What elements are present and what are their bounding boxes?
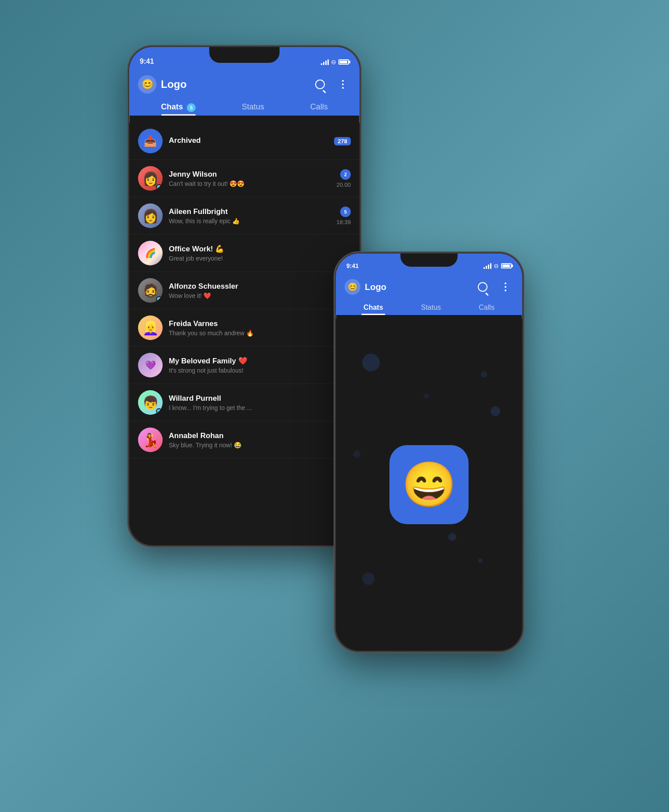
chat-item-freida[interactable]: 👱‍♀️ Freida Varnes Thank you so much and… (129, 309, 360, 347)
chat-info-alfonzo: Alfonzo Schuessler Wow love it! ❤️ (169, 282, 345, 299)
unread-badge-aileen: 5 (340, 207, 351, 217)
dot-7 (424, 393, 429, 399)
chat-preview-freida: Thank you so much andrew 🔥 (169, 330, 345, 337)
dot-1 (362, 354, 380, 371)
tab-chats-small[interactable]: Chats (356, 300, 390, 315)
more-icon-small (505, 283, 506, 291)
header-actions-small (475, 279, 513, 295)
tabs-small: Chats Status Calls (345, 300, 513, 315)
chat-item-alfonzo[interactable]: 🧔 Alfonzo Schuessler Wow love it! ❤️ (129, 272, 360, 309)
big-emoji-icon: 😄 (389, 445, 469, 524)
chat-item-annabel[interactable]: 💃 Annabel Rohan Sky blue. Trying it now!… (129, 421, 360, 459)
empty-chat-screen: 😄 (336, 319, 522, 651)
chat-preview-annabel: Sky blue. Trying it now! 😂 (169, 442, 345, 449)
chat-name-annabel: Annabel Rohan (169, 431, 345, 440)
chat-item-aileen[interactable]: 👩 Aileen Fullbright Wow, this is really … (129, 197, 360, 235)
notch-small (400, 254, 458, 267)
chat-name-family: My Beloved Family ❤️ (169, 356, 345, 366)
tab-chats[interactable]: Chats 5 (154, 99, 203, 116)
chat-name-freida: Freida Varnes (169, 319, 345, 328)
chat-info-freida: Freida Varnes Thank you so much andrew 🔥 (169, 319, 345, 337)
logo-text: Logo (161, 78, 187, 91)
logo-icon-small: 😊 (345, 279, 360, 295)
chat-info-jenny: Jenny Wilson Can't wait to try it out! 😍… (169, 170, 330, 187)
dot-2 (481, 371, 487, 377)
avatar-annabel: 💃 (138, 428, 163, 452)
avatar-office: 🌈 (138, 241, 163, 265)
tab-calls-small[interactable]: Calls (472, 300, 502, 315)
search-icon (315, 80, 325, 89)
app-header-large: 😊 Logo Chats (129, 69, 360, 116)
tab-status-small[interactable]: Status (414, 300, 448, 315)
wifi-icon: ⊖ (331, 58, 336, 65)
chat-preview-willard: I know... I'm trying to get the ... (169, 404, 345, 411)
chat-item-jenny[interactable]: 👩 Jenny Wilson Can't wait to try it out!… (129, 160, 360, 197)
logo-emoji: 😊 (142, 79, 153, 90)
header-top: 😊 Logo (138, 75, 351, 94)
avatar-family: 💜 (138, 353, 163, 377)
status-icons-large: ⊖ (321, 58, 349, 65)
chat-name-office: Office Work! 💪 (169, 244, 345, 254)
chat-name-alfonzo: Alfonzo Schuessler (169, 282, 345, 291)
online-indicator (156, 184, 162, 190)
app-header-small: 😊 Logo Chats (336, 273, 522, 315)
chat-list: 📥 Archived 278 👩 Jenny Wilson Can't wait… (129, 123, 360, 545)
chat-preview-office: Great job everyone! (169, 255, 345, 262)
chat-name-aileen: Aileen Fullbright (169, 207, 330, 216)
chat-info-family: My Beloved Family ❤️ It's strong not jus… (169, 356, 345, 374)
tab-calls[interactable]: Calls (303, 99, 335, 116)
more-button-small[interactable] (498, 279, 513, 295)
wifi-icon-small: ⊖ (494, 262, 499, 269)
more-button[interactable] (335, 76, 351, 92)
logo-emoji-small: 😊 (348, 282, 357, 292)
logo-section: 😊 Logo (138, 75, 187, 94)
more-icon (342, 80, 344, 89)
chat-name-archived: Archived (169, 136, 328, 145)
signal-icon (321, 59, 329, 65)
chat-preview-alfonzo: Wow love it! ❤️ (169, 292, 345, 299)
dot-8 (448, 533, 456, 541)
chat-meta-aileen: 5 18:39 (336, 207, 351, 225)
online-indicator-alfonzo (156, 296, 162, 302)
tab-status[interactable]: Status (235, 99, 271, 116)
notch-large (209, 47, 280, 63)
logo-text-small: Logo (365, 282, 386, 292)
search-button[interactable] (312, 76, 328, 92)
header-actions (312, 76, 351, 92)
dot-5 (478, 558, 483, 563)
battery-icon (338, 59, 349, 65)
chat-meta-jenny: 2 20.00 (336, 169, 351, 188)
logo-icon: 😊 (138, 75, 156, 94)
phone-small: 9:41 ⊖ 😊 Logo (334, 252, 524, 652)
search-icon-small (478, 282, 487, 292)
chat-item-willard[interactable]: 👦 Willard Purnell I know... I'm trying t… (129, 384, 360, 421)
chat-item-office[interactable]: 🌈 Office Work! 💪 Great job everyone! (129, 235, 360, 272)
avatar-aileen: 👩 (138, 203, 163, 228)
chat-info-willard: Willard Purnell I know... I'm trying to … (169, 394, 345, 411)
avatar-freida: 👱‍♀️ (138, 315, 163, 340)
tabs-large: Chats 5 Status Calls (138, 99, 351, 116)
header-top-small: 😊 Logo (345, 279, 513, 295)
chat-item-archived[interactable]: 📥 Archived 278 (129, 123, 360, 160)
avatar-willard: 👦 (138, 390, 163, 415)
phone-large: 9:41 ⊖ 😊 Logo (128, 46, 361, 547)
chat-preview-jenny: Can't wait to try it out! 😍😍 (169, 180, 330, 187)
status-time-large: 9:41 (140, 58, 154, 65)
dot-3 (491, 406, 500, 416)
signal-icon-small (484, 263, 491, 269)
chat-name-jenny: Jenny Wilson (169, 170, 330, 179)
chat-time-jenny: 20.00 (336, 181, 351, 188)
avatar-archived: 📥 (138, 129, 163, 153)
chats-badge: 5 (187, 103, 196, 112)
chat-item-family[interactable]: 💜 My Beloved Family ❤️ It's strong not j… (129, 347, 360, 384)
status-icons-small: ⊖ (484, 262, 512, 269)
avatar-jenny: 👩 (138, 166, 163, 191)
chat-time-aileen: 18:39 (336, 219, 351, 225)
archived-badge: 278 (334, 137, 351, 145)
chat-preview-aileen: Wow, this is really epic 👍 (169, 218, 330, 225)
search-button-small[interactable] (475, 279, 491, 295)
chat-info-annabel: Annabel Rohan Sky blue. Trying it now! 😂 (169, 431, 345, 449)
online-indicator-willard (156, 408, 162, 414)
chat-name-willard: Willard Purnell (169, 394, 345, 403)
chat-info-aileen: Aileen Fullbright Wow, this is really ep… (169, 207, 330, 225)
